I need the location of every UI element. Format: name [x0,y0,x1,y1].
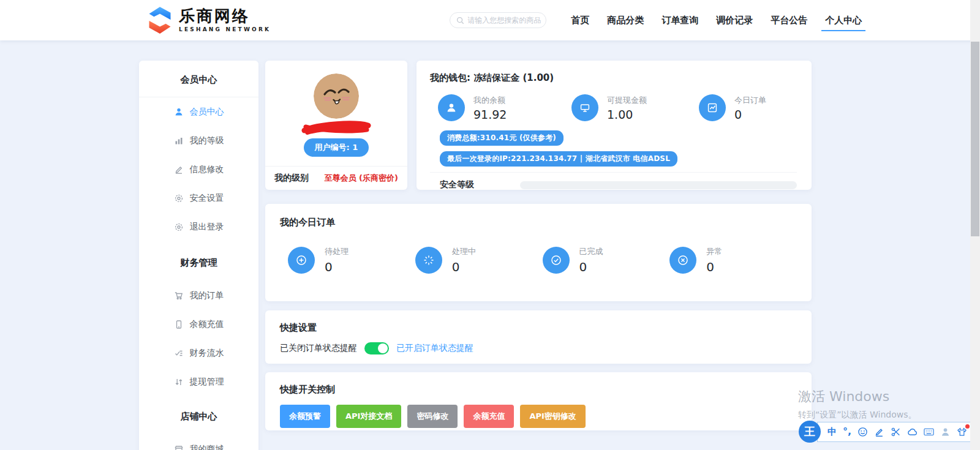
scrollbar-thumb[interactable] [971,42,979,236]
pencil-icon [174,165,184,174]
completed-stat: 已完成 0 [543,246,670,274]
sidebar-item-withdraw-management[interactable]: 提现管理 [139,367,258,396]
account-icon[interactable] [940,427,951,437]
processing-stat: 处理中 0 [415,246,543,274]
balance-recharge-button[interactable]: 余额充值 [464,405,514,428]
stat-value: 0 [325,260,349,274]
sidebar-item-finance-records[interactable]: 财务流水 [139,339,258,367]
profile-card: 用户编号: 1 我的级别 至尊会员 (乐商密价) [265,61,407,190]
red-scribble-redaction [299,119,374,135]
sidebar-item-balance-recharge[interactable]: 余额充值 [139,310,258,339]
dashboard-column: 用户编号: 1 我的级别 至尊会员 (乐商密价) 我的钱包: 冻结保证金 (1.… [265,61,812,430]
search-input[interactable] [467,16,541,24]
notification-dot [965,424,970,429]
skin-shirt-icon[interactable] [957,427,967,437]
punctuation-icon[interactable]: °, [843,427,851,437]
sidebar-item-logout[interactable]: 退出登录 [139,212,258,241]
wallet-title: 我的钱包: 冻结保证金 (1.00) [430,72,797,84]
leshang-logo-icon [147,6,173,34]
stat-value: 0 [452,260,476,274]
stat-value: 0 [706,260,722,274]
stat-label: 处理中 [452,246,476,257]
user-icon [174,107,184,117]
logo-title: 乐商网络 [179,8,271,24]
sidebar-item-label: 退出登录 [190,222,224,233]
sidebar-item-label: 会员中心 [190,107,224,118]
cloud-icon[interactable] [907,427,918,437]
check-circle-icon [543,247,570,274]
level-label: 我的级别 [274,173,309,184]
top-navigation-bar: 乐商网络 LESHANG NETWORK 首页 商品分类 订单查询 调价记录 平… [0,0,980,40]
stat-label: 异常 [706,246,722,257]
change-password-button[interactable]: 密码修改 [407,405,458,428]
spinner-icon [415,247,442,274]
level-value: 至尊会员 (乐商密价) [325,173,398,184]
screenshot-scissors-icon[interactable] [891,427,901,437]
product-search-box[interactable] [450,12,546,28]
sidebar-item-label: 我的等级 [190,135,224,146]
stat-value: 0 [734,108,766,121]
sidebar-item-edit-info[interactable]: 信息修改 [139,155,258,184]
sidebar-item-my-level[interactable]: 我的等级 [139,126,258,155]
site-logo[interactable]: 乐商网络 LESHANG NETWORK [147,6,271,34]
user-icon [438,94,465,121]
order-chart-icon [699,94,726,121]
emoji-icon[interactable] [858,427,868,437]
quick-settings-card: 快捷设置 已关闭订单状态提醒 已开启订单状态提醒 [265,310,812,364]
cart-icon [174,291,184,301]
last-login-ip-badge: 最后一次登录的IP:221.234.134.77 | 湖北省武汉市 电信ADSL [440,151,677,167]
sidebar-menu: 会员中心 会员中心 我的等级 信息修改 [139,61,258,450]
gear-icon [174,193,184,203]
nav-item-order-query[interactable]: 订单查询 [662,0,698,40]
stat-label: 已完成 [579,246,603,257]
sidebar-item-member-center[interactable]: 会员中心 [139,97,258,126]
nav-item-product-categories[interactable]: 商品分类 [607,0,644,40]
sidebar-item-security-settings[interactable]: 安全设置 [139,184,258,212]
member-center-page: 乐商网络 LESHANG NETWORK 首页 商品分类 订单查询 调价记录 平… [0,0,980,450]
sidebar-item-label: 信息修改 [190,164,224,175]
check-list-icon [174,348,184,358]
sidebar-item-my-shop[interactable]: 我的商城 [139,435,258,450]
transfer-arrows-icon [174,377,184,387]
stat-value: 0 [579,260,603,274]
sidebar-item-label: 我的订单 [190,290,224,301]
sidebar-section-member-center: 会员中心 [139,61,258,97]
stat-label: 我的余额 [473,95,507,106]
nav-item-home[interactable]: 首页 [571,0,589,40]
avatar [314,73,359,119]
order-status-reminder-toggle[interactable] [364,342,389,354]
sidebar-item-label: 提现管理 [190,377,224,388]
sidebar-item-label: 我的商城 [190,444,224,450]
withdraw-card-icon [571,94,598,121]
nav-item-personal-center[interactable]: 个人中心 [825,0,862,40]
virtual-keyboard-icon[interactable] [924,427,934,437]
sogou-input-logo-icon[interactable]: 王 [799,421,821,443]
nav-item-price-adjust-records[interactable]: 调价记录 [716,0,753,40]
bar-chart-icon [174,136,184,146]
order-status-reminder-on-label[interactable]: 已开启订单状态提醒 [396,343,473,354]
page-scrollbar[interactable] [970,0,980,450]
balance-alert-button[interactable]: 余额预警 [280,405,330,428]
chinese-mode-icon[interactable]: 中 [827,427,837,437]
plus-circle-icon [288,247,315,274]
total-spend-badge: 消费总额:310.41元 (仅供参考) [440,130,564,146]
sidebar-item-my-orders[interactable]: 我的订单 [139,281,258,310]
balance-stat: 我的余额 91.92 [438,94,571,121]
sidebar-item-label: 安全设置 [190,193,224,204]
quick-settings-title: 快捷设置 [280,322,797,334]
stat-value: 1.00 [607,108,647,121]
sidebar-item-label: 余额充值 [190,319,224,330]
order-status-reminder-off-label: 已关闭订单状态提醒 [280,343,357,354]
handwriting-pen-icon[interactable] [874,427,884,437]
security-level-label: 安全等级 [440,179,474,190]
stat-label: 可提现金额 [607,95,647,106]
sidebar-section-shop-center: 店铺中心 [139,396,258,435]
withdrawable-stat: 可提现金额 1.00 [571,94,699,121]
stat-value: 91.92 [473,108,507,121]
logout-gear-icon [174,222,184,232]
api-docs-button[interactable]: API对接文档 [336,405,401,428]
quick-switch-title: 快捷开关控制 [280,384,797,396]
api-key-change-button[interactable]: API密钥修改 [520,405,585,428]
nav-item-platform-announcements[interactable]: 平台公告 [771,0,807,40]
sidebar-item-label: 财务流水 [190,348,224,359]
